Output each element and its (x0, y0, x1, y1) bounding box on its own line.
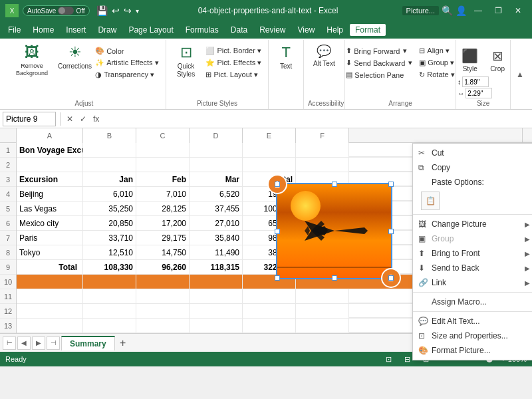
tab-nav-last[interactable]: ⊣ (47, 336, 60, 350)
paste-option-1[interactable]: 📋 (421, 192, 440, 210)
resize-handle-tl[interactable] (275, 182, 280, 187)
row-num-13[interactable]: 13 (0, 319, 16, 333)
name-box[interactable]: Picture 9 (3, 112, 56, 126)
resize-handle-bl[interactable] (275, 275, 280, 281)
cell-c2[interactable] (136, 158, 190, 172)
cell-e12[interactable] (243, 304, 296, 318)
picture-border-button[interactable]: ⬜ Pict. Border ▾ (203, 45, 264, 57)
cell-f12[interactable] (296, 304, 349, 318)
row-num-9[interactable]: 9 (0, 260, 16, 275)
cell-c9[interactable]: 96,260 (136, 260, 190, 274)
cell-c11[interactable] (136, 289, 190, 303)
picture-layout-button[interactable]: ⊞ Pict. Layout ▾ (203, 69, 264, 80)
cell-c3[interactable]: Feb (136, 172, 190, 186)
cell-f1[interactable] (296, 143, 349, 157)
cell-a6[interactable]: Mexico city (17, 216, 83, 230)
cell-d7[interactable]: 35,840 (190, 231, 243, 245)
add-sheet-button[interactable]: + (116, 336, 130, 350)
cell-b1[interactable] (83, 143, 136, 157)
autosave-button[interactable]: AutoSave Off (23, 5, 90, 16)
col-header-d[interactable]: D (190, 128, 243, 143)
cell-d2[interactable] (190, 158, 243, 172)
transparency-button[interactable]: ◑ Transparency ▾ (92, 69, 162, 80)
cell-c1[interactable] (136, 143, 190, 157)
redo-icon[interactable]: ↪ (124, 5, 132, 16)
cancel-formula-icon[interactable]: ✕ (65, 114, 75, 124)
resize-handle-ml[interactable] (275, 229, 280, 234)
group-button[interactable]: ▣ Group ▾ (416, 57, 457, 68)
ctx-format-picture[interactable]: 🎨 Format Picture... (413, 343, 532, 358)
cell-d12[interactable] (190, 304, 243, 318)
cell-d3[interactable]: Mar (190, 172, 243, 186)
resize-handle-tr[interactable] (388, 182, 394, 187)
color-button[interactable]: 🎨 Color (92, 45, 162, 57)
cell-f2[interactable] (296, 158, 349, 172)
rotate-button[interactable]: ↻ Rotate ▾ (416, 69, 457, 80)
ctx-link[interactable]: 🔗 Link ▶ (413, 275, 532, 290)
resize-handle-br[interactable] (388, 275, 394, 281)
ctx-send-to-back[interactable]: ⬇ Send to Back ▶ (413, 261, 532, 275)
cell-b3[interactable]: Jan (83, 172, 136, 186)
tab-nav-next[interactable]: ▶ (32, 336, 45, 350)
col-header-f[interactable]: F (296, 128, 349, 143)
ribbon-collapse-button[interactable]: ▲ (513, 68, 527, 80)
height-input[interactable] (462, 76, 489, 87)
cell-b8[interactable]: 12,510 (83, 245, 136, 259)
undo-icon[interactable]: ↩ (112, 5, 120, 16)
cell-d11[interactable] (190, 289, 243, 303)
save-icon[interactable]: 💾 (96, 5, 108, 16)
menu-draw[interactable]: Draw (92, 24, 122, 36)
col-header-b[interactable]: B (83, 128, 136, 143)
cell-d4[interactable]: 6,520 (190, 187, 243, 201)
cell-f11[interactable] (296, 289, 349, 303)
col-header-a[interactable]: A (17, 128, 83, 143)
cell-c5[interactable]: 28,125 (136, 201, 190, 215)
alt-text-button[interactable]: 💬 Alt Text (309, 43, 338, 69)
corrections-button[interactable]: ☀ Corrections (59, 43, 91, 72)
row-num-12[interactable]: 12 (0, 304, 16, 319)
align-button[interactable]: ⊟ Align ▾ (416, 45, 457, 57)
row-num-2[interactable]: 2 (0, 158, 16, 172)
cell-c6[interactable]: 17,200 (136, 216, 190, 230)
quick-styles-button[interactable]: ⊡ Quick Styles (170, 43, 202, 80)
cell-a4[interactable]: Beijing (17, 187, 83, 201)
ctx-bring-to-front[interactable]: ⬆ Bring to Front ▶ (413, 246, 532, 261)
cell-b11[interactable] (83, 289, 136, 303)
row-num-4[interactable]: 4 (0, 187, 16, 201)
restore-button[interactable]: ❐ (489, 2, 507, 19)
picture-object[interactable]: 1 2 (276, 183, 392, 279)
menu-formulas[interactable]: Formulas (180, 24, 224, 36)
bring-forward-dropdown[interactable]: ▾ (403, 47, 407, 55)
cell-b6[interactable]: 20,850 (83, 216, 136, 230)
cell-e1[interactable] (243, 143, 296, 157)
close-button[interactable]: ✕ (509, 2, 527, 19)
cell-d5[interactable]: 37,455 (190, 201, 243, 215)
menu-file[interactable]: File (3, 24, 26, 36)
cell-e2[interactable] (243, 158, 296, 172)
cell-e13[interactable] (243, 319, 296, 332)
cell-a12[interactable] (17, 304, 83, 318)
cell-c8[interactable]: 14,750 (136, 245, 190, 259)
menu-page-layout[interactable]: Page Layout (123, 24, 178, 36)
tab-nav-prev[interactable]: ◀ (17, 336, 31, 350)
row-num-7[interactable]: 7 (0, 231, 16, 245)
cell-b13[interactable] (83, 319, 136, 332)
remove-background-button[interactable]: 🖼 Remove Background (7, 43, 57, 78)
minimize-button[interactable]: — (469, 2, 487, 19)
send-backward-dropdown[interactable]: ▾ (408, 59, 412, 67)
row-num-5[interactable]: 5 (0, 201, 16, 216)
cell-d6[interactable]: 27,010 (190, 216, 243, 230)
menu-data[interactable]: Data (225, 24, 253, 36)
cell-d8[interactable]: 11,490 (190, 245, 243, 259)
row-num-6[interactable]: 6 (0, 216, 16, 231)
ctx-copy[interactable]: ⧉ Copy (413, 160, 532, 175)
col-header-e[interactable]: E (243, 128, 296, 143)
resize-handle-mr[interactable] (388, 229, 394, 234)
cell-d10[interactable] (190, 275, 243, 289)
cell-a10[interactable] (17, 275, 83, 289)
ctx-group[interactable]: ▣ Group ▶ (413, 231, 532, 246)
cell-b2[interactable] (83, 158, 136, 172)
row-num-3[interactable]: 3 (0, 172, 16, 187)
resize-handle-tm[interactable] (332, 182, 337, 187)
crop-button[interactable]: ⊠ Crop (486, 47, 509, 74)
